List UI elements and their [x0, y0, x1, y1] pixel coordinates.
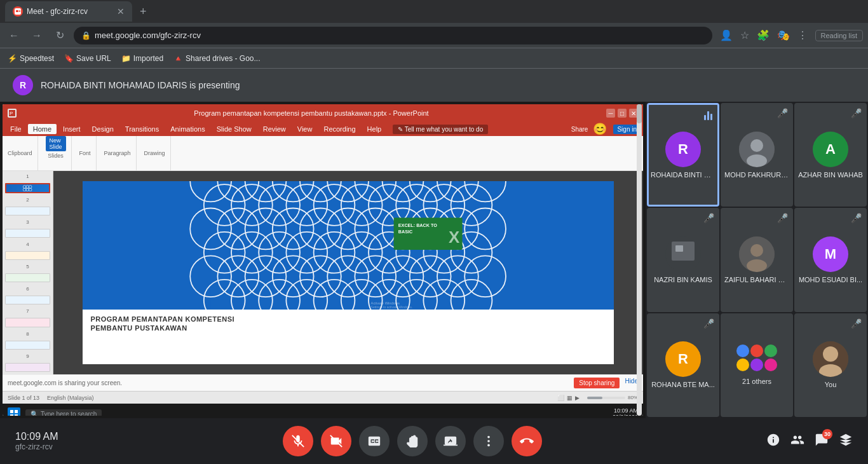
pp-tell-me[interactable]: ✎ Tell me what you want to do: [393, 125, 488, 134]
slide-thumb-3[interactable]: [5, 229, 50, 238]
zoom-slider[interactable]: [587, 397, 625, 399]
tab-close-btn[interactable]: ✕: [117, 6, 125, 17]
pp-minimize-btn[interactable]: ─: [606, 109, 615, 118]
slide-thumb-5[interactable]: [5, 273, 50, 282]
reading-list-btn[interactable]: Reading list: [815, 30, 863, 41]
pp-content-area: 1 2 3 4: [3, 171, 643, 374]
reload-button[interactable]: ↻: [51, 27, 69, 44]
svg-point-6: [26, 185, 29, 188]
bookmark-shared-drives[interactable]: 🔺 Shared drives - Goo...: [173, 54, 260, 63]
pp-tab-review[interactable]: Review: [258, 124, 291, 134]
new-slide-btn[interactable]: NewSlide: [46, 136, 66, 151]
pp-icon: P: [8, 109, 17, 118]
camera-button[interactable]: [321, 426, 351, 456]
pp-maximize-btn[interactable]: □: [618, 109, 627, 118]
pp-tab-home[interactable]: Home: [28, 124, 57, 134]
meet-container: R ROHAIDA BINTI MOHAMAD IDARIS is presen…: [0, 69, 868, 464]
mute-icon-rohana: 🎤: [703, 318, 714, 329]
pp-tab-recording[interactable]: Recording: [318, 124, 360, 134]
back-button[interactable]: ←: [5, 27, 23, 44]
slide-number-4: 4: [5, 242, 50, 247]
taskbar-time: 10:09 AM 29/9/2021: [613, 407, 638, 416]
bookmark-speedtest[interactable]: ⚡ Speedtest: [8, 54, 54, 63]
pp-tab-help[interactable]: Help: [362, 124, 387, 134]
pp-tab-insert[interactable]: Insert: [58, 124, 86, 134]
slide-thumb-7[interactable]: [5, 318, 50, 327]
pp-tab-slideshow[interactable]: Slide Show: [212, 124, 257, 134]
normal-view-btn[interactable]: ⬜: [557, 395, 564, 401]
toolbar-right: 30: [766, 433, 853, 450]
nazri-name: NAZRI BIN KAMIS: [651, 276, 715, 283]
clipboard-group: Clipboard: [8, 136, 38, 170]
chat-button[interactable]: 30: [815, 433, 829, 450]
captions-button[interactable]: [359, 426, 390, 456]
pp-ribbon-tabs: File Home Insert Design Transitions Anim…: [3, 122, 643, 136]
pp-tab-design[interactable]: Design: [87, 124, 119, 134]
hide-btn[interactable]: Hide: [625, 378, 638, 388]
pp-tab-file[interactable]: File: [5, 124, 27, 134]
slide-number-8: 8: [5, 331, 50, 337]
search-bar[interactable]: 🔍 Type here to search: [25, 409, 102, 416]
slideshow-btn[interactable]: ▶: [575, 395, 580, 401]
windows-start-btn[interactable]: [8, 407, 20, 416]
slide-thumb-9[interactable]: [5, 363, 50, 372]
activities-button[interactable]: [839, 433, 853, 450]
star-icon[interactable]: ☆: [738, 27, 752, 44]
svg-rect-2: [19, 11, 20, 12]
pp-share-btn[interactable]: Share: [571, 126, 588, 133]
slide-title-1: PROGRAM PEMANTAPAN KOMPETENSI: [90, 315, 606, 324]
chat-badge: 30: [822, 429, 832, 439]
svg-rect-82: [15, 410, 18, 413]
slide-thumb-2[interactable]: [5, 207, 50, 215]
svg-text:X: X: [449, 228, 460, 246]
bookmark-save-url[interactable]: 🔖 Save URL: [64, 54, 111, 63]
outline-view-btn[interactable]: ▦: [567, 395, 573, 401]
pp-tab-animations[interactable]: Animations: [165, 124, 210, 134]
slide-thumb-8[interactable]: [5, 341, 50, 350]
end-call-button[interactable]: [512, 426, 542, 456]
raise-hand-button[interactable]: [397, 426, 428, 456]
slide-thumb-4[interactable]: [5, 251, 50, 260]
svg-point-86: [750, 139, 763, 152]
svg-point-5: [24, 185, 27, 188]
rohana-name: ROHANA BTE MA...: [649, 381, 717, 388]
menu-icon[interactable]: ⋮: [795, 27, 810, 44]
presenting-text: ROHAIDA BINTI MOHAMAD IDARIS is presenti…: [41, 80, 240, 90]
profile-icon[interactable]: 🎭: [775, 27, 792, 44]
pp-tab-view[interactable]: View: [292, 124, 318, 134]
slide-thumb-1[interactable]: [5, 183, 50, 193]
svg-point-95: [823, 346, 838, 362]
stop-sharing-button[interactable]: Stop sharing: [574, 378, 620, 388]
svg-point-100: [487, 440, 490, 442]
participants-button[interactable]: [790, 433, 804, 450]
more-options-button[interactable]: [473, 426, 504, 456]
address-bar[interactable]: 🔒 meet.google.com/gfc-zirz-rcv: [74, 27, 712, 44]
share-screen-button[interactable]: [435, 426, 466, 456]
browser-chrome: Meet - gfc-zirz-rcv ✕ + ← → ↻ 🔒 meet.goo…: [0, 0, 868, 69]
slide-thumb-6[interactable]: [5, 296, 50, 304]
svg-point-87: [747, 154, 767, 167]
pp-scrollbar[interactable]: [637, 171, 642, 374]
bookmark-imported[interactable]: 📁 Imported: [121, 54, 163, 63]
tab-bar: Meet - gfc-zirz-rcv ✕ +: [0, 0, 868, 23]
svg-point-10: [29, 188, 32, 191]
pp-slides-panel: 1 2 3 4: [3, 171, 53, 374]
font-label: Font: [79, 150, 91, 156]
meet-tab[interactable]: Meet - gfc-zirz-rcv ✕: [5, 1, 132, 22]
mic-button[interactable]: [283, 426, 313, 456]
participant-tile-zaiful: 🎤 ZAIFUL BAHARI BI...: [721, 208, 793, 311]
speaking-indicator: [704, 110, 712, 120]
bar3: [710, 114, 712, 120]
account-icon[interactable]: 👤: [717, 27, 735, 44]
pp-titlebar: P Program pemantapan kompetensi pembantu…: [3, 104, 643, 122]
extensions-icon[interactable]: 🧩: [754, 27, 772, 44]
forward-button[interactable]: →: [28, 27, 46, 44]
info-button[interactable]: [766, 433, 780, 450]
zaiful-photo: [739, 236, 775, 272]
new-tab-button[interactable]: +: [135, 3, 152, 21]
sharing-actions: Stop sharing Hide: [574, 378, 638, 388]
pp-tab-transitions[interactable]: Transitions: [120, 124, 164, 134]
svg-rect-1: [16, 10, 18, 12]
participant-tile-mohd-esuadi: 🎤 M MOHD ESUADI BI...: [794, 208, 867, 311]
slide-number-3: 3: [5, 219, 50, 225]
